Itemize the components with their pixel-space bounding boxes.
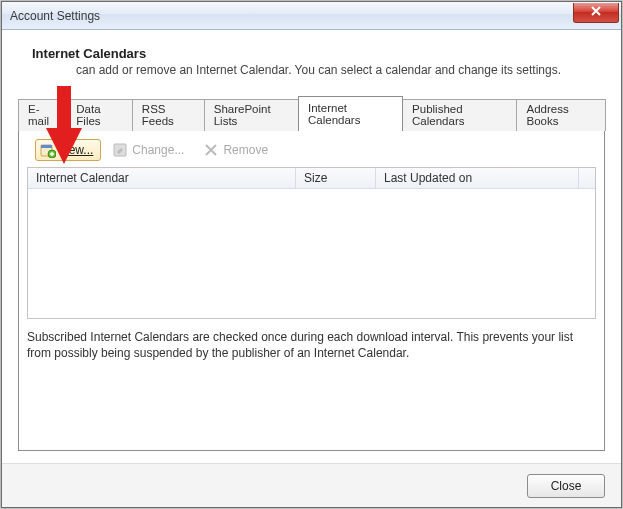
tab-internet-calendars[interactable]: Internet Calendars: [298, 96, 403, 131]
list-header: Internet Calendar Size Last Updated on: [28, 168, 595, 189]
titlebar-close-button[interactable]: [573, 3, 619, 23]
dialog-content: Internet Calendars can add or remove an …: [2, 30, 621, 463]
change-button-label: Change...: [132, 143, 184, 157]
close-button[interactable]: Close: [527, 474, 605, 498]
tab-panel: New... Change...: [18, 130, 605, 451]
col-size[interactable]: Size: [296, 168, 376, 188]
col-internet-calendar[interactable]: Internet Calendar: [28, 168, 296, 188]
new-button[interactable]: New...: [35, 139, 101, 161]
tab-email[interactable]: E-mail: [18, 99, 67, 131]
svg-rect-1: [41, 145, 52, 148]
change-button: Change...: [107, 139, 192, 161]
tabstrip: E-mail Data Files RSS Feeds SharePoint L…: [18, 95, 605, 130]
section-title: Internet Calendars: [32, 46, 605, 61]
col-spacer: [579, 168, 595, 188]
list-body: [28, 189, 595, 318]
new-calendar-icon: [40, 142, 56, 158]
tab-published-calendars[interactable]: Published Calendars: [402, 99, 517, 131]
remove-icon: [203, 142, 219, 158]
tab-sharepoint-lists[interactable]: SharePoint Lists: [204, 99, 299, 131]
close-icon: [590, 5, 602, 19]
remove-button: Remove: [198, 139, 276, 161]
col-last-updated[interactable]: Last Updated on: [376, 168, 579, 188]
tab-data-files[interactable]: Data Files: [66, 99, 133, 131]
dialog-footer: Close: [2, 463, 621, 507]
remove-button-label: Remove: [223, 143, 268, 157]
change-icon: [112, 142, 128, 158]
window-title: Account Settings: [10, 9, 573, 23]
section-description: can add or remove an Internet Calendar. …: [76, 63, 605, 77]
dialog-window: Account Settings Internet Calendars can …: [1, 1, 622, 508]
toolbar: New... Change...: [27, 137, 596, 167]
footnote-text: Subscribed Internet Calendars are checke…: [27, 329, 596, 361]
tab-address-books[interactable]: Address Books: [516, 99, 606, 131]
tab-rss-feeds[interactable]: RSS Feeds: [132, 99, 205, 131]
calendar-list[interactable]: Internet Calendar Size Last Updated on: [27, 167, 596, 319]
new-button-label: New...: [60, 143, 93, 157]
titlebar: Account Settings: [2, 2, 621, 30]
